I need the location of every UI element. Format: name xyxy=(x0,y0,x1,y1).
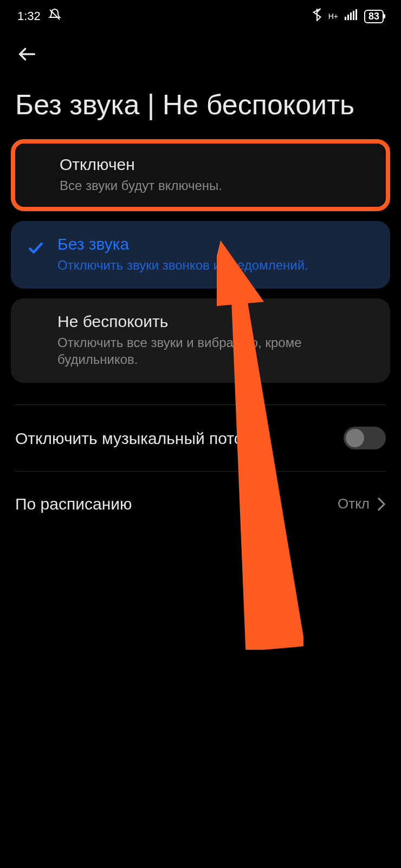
option-subtitle: Отключить звуки звонков и уведомлений. xyxy=(57,257,374,273)
option-disabled[interactable]: Отключен Все звуки будут включены. xyxy=(11,139,390,211)
svg-rect-2 xyxy=(347,15,349,20)
status-bar: 1:32 H+ 83 xyxy=(0,0,401,27)
svg-rect-5 xyxy=(355,9,357,20)
setting-label: По расписанию xyxy=(15,493,132,514)
svg-rect-3 xyxy=(350,12,352,20)
check-icon xyxy=(27,239,44,257)
option-title: Без звука xyxy=(57,235,374,253)
setting-label: Отключить музыкальный поток xyxy=(15,428,250,449)
toggle-knob xyxy=(346,429,364,447)
battery-level: 83 xyxy=(368,11,379,22)
arrow-left-icon xyxy=(16,43,38,65)
page-title: Без звука | Не беспокоить xyxy=(0,66,401,139)
divider xyxy=(15,471,386,472)
bluetooth-icon xyxy=(312,8,322,24)
svg-rect-4 xyxy=(353,11,354,20)
chevron-right-icon xyxy=(377,497,386,511)
setting-schedule[interactable]: По расписанию Откл xyxy=(0,493,401,514)
option-subtitle: Все звуки будут включены. xyxy=(60,177,372,194)
toggle-mute-stream[interactable] xyxy=(344,427,386,449)
option-subtitle: Отключить все звуки и вибрацию, кроме бу… xyxy=(57,334,374,368)
network-type-icon: H+ xyxy=(328,12,338,20)
svg-rect-1 xyxy=(345,17,346,20)
option-silent[interactable]: Без звука Отключить звуки звонков и увед… xyxy=(11,221,390,289)
divider xyxy=(15,404,386,405)
option-title: Отключен xyxy=(60,155,372,174)
setting-mute-music-stream[interactable]: Отключить музыкальный поток xyxy=(0,427,401,449)
option-dnd[interactable]: Не беспокоить Отключить все звуки и вибр… xyxy=(11,298,390,383)
setting-value: Откл xyxy=(338,495,370,512)
mode-options: Отключен Все звуки будут включены. Без з… xyxy=(0,139,401,383)
signal-icon xyxy=(345,9,358,23)
back-button[interactable] xyxy=(15,42,39,66)
status-time: 1:32 xyxy=(17,9,41,23)
battery-indicator: 83 xyxy=(364,10,384,23)
option-title: Не беспокоить xyxy=(57,312,374,331)
mute-icon xyxy=(48,8,61,24)
